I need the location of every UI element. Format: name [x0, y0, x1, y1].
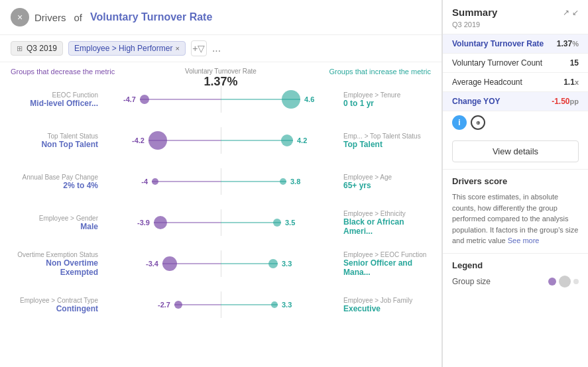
filter-chip-close[interactable]: ×	[175, 44, 179, 52]
score-left: -4.2	[132, 136, 145, 144]
metric-unit: x	[575, 78, 579, 86]
chart-area: Groups that decrease the metric Voluntar…	[0, 62, 441, 367]
driver-row: Employee > Contract Type Contingent -2.7…	[11, 288, 431, 322]
driver-bar: -4 3.8	[103, 168, 338, 195]
legend-title: Legend	[452, 260, 579, 270]
dot-right	[280, 178, 286, 185]
driver-bar: -4.7 4.6	[103, 86, 338, 113]
chart-header: Groups that decrease the metric Voluntar…	[11, 68, 431, 76]
metric-value: 1.1x	[563, 78, 579, 87]
legend-section: Legend Group size	[443, 253, 588, 294]
filter-icon: ▽	[198, 43, 205, 54]
more-options-button[interactable]: ...	[212, 42, 221, 54]
driver-right-dim: Employee > Tenure	[343, 91, 431, 99]
driver-right-val: Executive	[343, 304, 431, 313]
dot-left	[174, 301, 182, 309]
driver-row: Annual Base Pay Change 2% to 4% -4 3.8 E…	[11, 164, 431, 199]
driver-left-val: Contingent	[11, 304, 98, 313]
driver-right-val: 0 to 1 yr	[343, 99, 431, 108]
score-right: 3.3	[282, 301, 292, 309]
driver-right-val: Senior Officer and Mana...	[343, 258, 431, 277]
driver-right-dim: Employee > Job Family	[343, 297, 431, 304]
driver-right-label: Employee > Tenure 0 to 1 yr	[338, 91, 431, 108]
dot-left	[162, 256, 177, 271]
expand-icon-2[interactable]: ↙	[572, 8, 579, 17]
plus-icon: +	[192, 43, 198, 54]
driver-row: Overtime Exemption Status Non Overtime E…	[11, 246, 431, 281]
dot-left	[154, 216, 167, 229]
add-filter-button[interactable]: + ▽	[191, 40, 207, 56]
driver-right-dim: Employee > EEOC Function	[343, 251, 431, 258]
driver-bar: -2.7 3.3	[103, 291, 338, 318]
driver-left-dim: Employee > Gender	[11, 215, 98, 222]
filter-chip-label: Employee > High Performer	[74, 44, 172, 53]
view-details-button[interactable]: View details	[452, 140, 579, 162]
dot-left	[148, 131, 167, 150]
score-right: 4.6	[304, 95, 314, 103]
metric-name: Change YOY	[452, 97, 500, 106]
score-left: -2.7	[158, 301, 170, 309]
close-button[interactable]: ×	[11, 8, 29, 26]
panel-header: × Drivers of Voluntary Turnover Rate	[0, 0, 441, 35]
filters-bar: ⊞ Q3 2019 Employee > High Performer × + …	[0, 35, 441, 62]
legend-group-size-row: Group size	[452, 276, 579, 288]
legend-dots	[548, 276, 579, 288]
score-left: -3.9	[137, 219, 150, 227]
dot-right	[268, 259, 278, 268]
expand-icon-1[interactable]: ↗	[563, 8, 569, 17]
driver-row: EEOC Function Mid-level Officer... -4.7 …	[11, 82, 431, 117]
metric-name: Average Headcount	[452, 78, 522, 87]
drivers-chart: EEOC Function Mid-level Officer... -4.7 …	[11, 82, 431, 322]
metric-row: Average Headcount 1.1x	[443, 73, 588, 92]
driver-right-val: Top Talent	[343, 140, 431, 149]
driver-left-val: Mid-level Officer...	[11, 99, 98, 108]
legend-dot-medium	[559, 276, 571, 288]
info-icon[interactable]: i	[452, 115, 467, 130]
score-right: 3.3	[282, 260, 292, 268]
driver-right-label: Employee > Job Family Executive	[338, 297, 431, 313]
score-right: 4.2	[297, 136, 307, 144]
driver-right-val: 65+ yrs	[343, 181, 431, 190]
right-panel: Summary ↗ ↙ Q3 2019 Voluntary Turnover R…	[442, 0, 588, 367]
driver-left-label: Employee > Contract Type Contingent	[11, 297, 103, 313]
metric-name: Voluntary Turnover Count	[452, 58, 542, 68]
metric-unit: %	[572, 40, 579, 48]
group-decrease-label: Groups that decrease the metric	[11, 68, 115, 76]
drivers-score-section: Drivers score This score estimates, in a…	[443, 169, 588, 253]
period-label: Q3 2019	[27, 44, 57, 53]
metric-row: Voluntary Turnover Rate 1.37%	[443, 34, 588, 54]
grid-icon: ⊞	[17, 44, 23, 53]
driver-left-dim: EEOC Function	[11, 91, 98, 99]
drivers-label: Drivers	[34, 12, 66, 23]
bar-right	[221, 304, 278, 305]
driver-left-val: Male	[11, 222, 98, 231]
driver-right-label: Employee > Ethnicity Black or African Am…	[338, 210, 431, 236]
driver-left-label: Overtime Exemption Status Non Overtime E…	[11, 251, 103, 277]
driver-row: Top Talent Status Non Top Talent -4.2 4.…	[11, 123, 431, 158]
driver-bar: -4.2 4.2	[103, 127, 338, 154]
driver-right-val: Black or African Ameri...	[343, 217, 431, 236]
score-left: -3.4	[146, 260, 158, 268]
legend-dot-large	[573, 279, 579, 284]
score-left: -4	[141, 178, 148, 185]
see-more-link[interactable]: See more	[508, 236, 540, 244]
driver-right-label: Employee > Age 65+ yrs	[338, 174, 431, 190]
legend-group-size-label: Group size	[452, 277, 491, 286]
score-left: -4.7	[123, 95, 136, 103]
performer-filter-chip[interactable]: Employee > High Performer ×	[68, 41, 186, 56]
period-filter[interactable]: ⊞ Q3 2019	[11, 41, 63, 56]
bar-left	[152, 181, 221, 182]
driver-left-dim: Top Talent Status	[11, 132, 98, 140]
driver-right-label: Emp... > Top Talent Status Top Talent	[338, 132, 431, 149]
metric-value: 1.37%	[557, 39, 579, 48]
summary-title: Summary	[452, 7, 497, 18]
driver-right-dim: Employee > Age	[343, 174, 431, 181]
summary-header: Summary ↗ ↙	[443, 0, 588, 21]
driver-left-val: 2% to 4%	[11, 181, 98, 190]
metric-row: Change YOY -1.50pp	[443, 92, 588, 111]
center-metric-name: Voluntary Turnover Rate	[185, 68, 257, 75]
metric-name: Voluntary Turnover Rate	[452, 39, 544, 48]
target-icon[interactable]: ⊕	[471, 115, 485, 130]
driver-right-label: Employee > EEOC Function Senior Officer …	[338, 251, 431, 277]
driver-left-label: Top Talent Status Non Top Talent	[11, 132, 103, 149]
